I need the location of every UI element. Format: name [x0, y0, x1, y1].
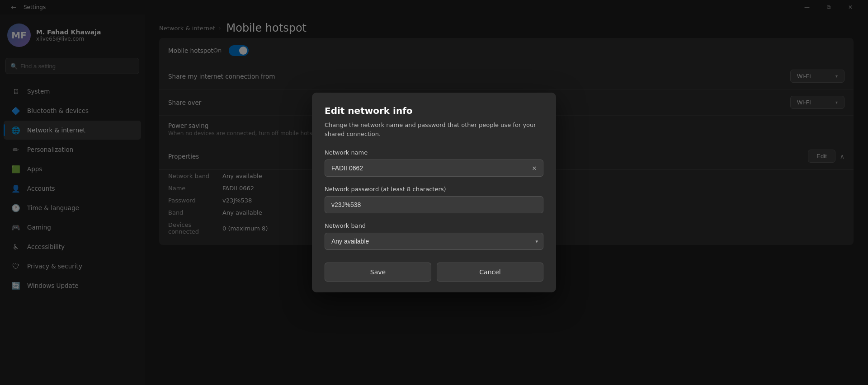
dialog-subtitle: Change the network name and password tha…: [325, 121, 543, 138]
network-password-input-wrap: [325, 196, 543, 213]
save-button[interactable]: Save: [325, 263, 431, 282]
clear-network-name-icon[interactable]: ✕: [530, 164, 539, 173]
network-password-input[interactable]: [325, 196, 543, 213]
dialog-actions: Save Cancel: [325, 263, 543, 282]
network-band-select[interactable]: Any available2.4 GHz5 GHz: [325, 233, 543, 250]
cancel-button[interactable]: Cancel: [437, 263, 543, 282]
network-name-field: Network name ✕: [325, 149, 543, 177]
network-name-input-wrap: ✕: [325, 160, 543, 177]
network-band-label: Network band: [325, 222, 543, 229]
network-band-select-wrap: Any available2.4 GHz5 GHz ▾: [325, 233, 543, 250]
dialog-title: Edit network info: [325, 105, 543, 116]
network-name-input[interactable]: [325, 160, 543, 177]
network-name-label: Network name: [325, 149, 543, 156]
network-band-field: Network band Any available2.4 GHz5 GHz ▾: [325, 222, 543, 250]
edit-network-dialog: Edit network info Change the network nam…: [312, 93, 556, 292]
network-password-field: Network password (at least 8 characters): [325, 186, 543, 213]
modal-overlay: Edit network info Change the network nam…: [0, 0, 868, 385]
network-password-label: Network password (at least 8 characters): [325, 186, 543, 192]
